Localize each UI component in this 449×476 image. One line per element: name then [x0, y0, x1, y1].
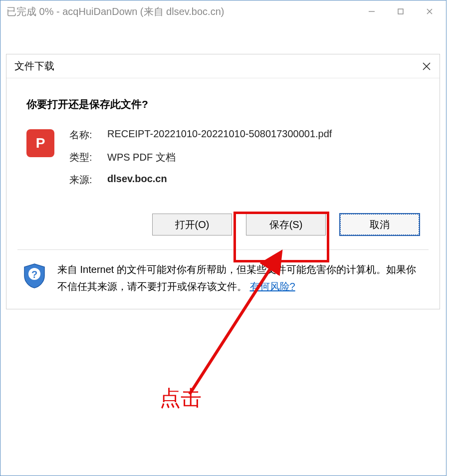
dialog-button-row: 打开(O) 保存(S) 取消	[6, 207, 440, 249]
svg-text:?: ?	[31, 269, 37, 280]
risk-link[interactable]: 有何风险?	[250, 281, 295, 292]
dialog-body: 你要打开还是保存此文件? P 名称: RECEIPT-20221010-2022…	[6, 78, 440, 207]
warning-text: 来自 Internet 的文件可能对你有所帮助，但某些文件可能危害你的计算机。如…	[57, 264, 416, 292]
svg-rect-1	[398, 9, 403, 14]
file-type-label: 类型:	[69, 151, 105, 164]
file-metadata: 名称: RECEIPT-20221010-20221010-5080173000…	[69, 128, 332, 187]
close-icon	[422, 62, 431, 71]
file-name-label: 名称:	[69, 128, 105, 142]
file-type-value: WPS PDF 文档	[107, 151, 332, 164]
parent-window-title: 已完成 0% - acqHuiDanDown (来自 dlsev.boc.cn)	[6, 5, 357, 18]
file-download-dialog: 文件下载 你要打开还是保存此文件? P 名称: RECEIPT-20221010…	[6, 54, 440, 309]
dialog-titlebar: 文件下载	[6, 54, 440, 78]
open-button[interactable]: 打开(O)	[152, 214, 232, 236]
file-name-value: RECEIPT-20221010-20221010-508017300001.p…	[107, 128, 332, 142]
warning-text-block: 来自 Internet 的文件可能对你有所帮助，但某些文件可能危害你的计算机。如…	[57, 261, 420, 295]
maximize-icon	[397, 8, 404, 15]
cancel-button[interactable]: 取消	[340, 214, 420, 236]
shield-icon: ?	[22, 263, 46, 289]
pdf-icon-letter: P	[36, 135, 45, 151]
parent-close-button[interactable]	[415, 2, 444, 20]
security-warning: ? 来自 Internet 的文件可能对你有所帮助，但某些文件可能危害你的计算机…	[6, 250, 440, 309]
file-source-value: dlsev.boc.cn	[107, 173, 332, 187]
pdf-file-icon: P	[26, 129, 54, 157]
window-controls	[357, 2, 444, 20]
dialog-close-button[interactable]	[420, 59, 434, 73]
close-icon	[426, 8, 433, 15]
save-button[interactable]: 保存(S)	[246, 214, 326, 236]
parent-titlebar: 已完成 0% - acqHuiDanDown (来自 dlsev.boc.cn)	[0, 0, 446, 22]
file-source-label: 来源:	[69, 173, 105, 187]
minimize-button[interactable]	[357, 2, 386, 20]
minimize-icon	[368, 8, 375, 15]
maximize-button[interactable]	[386, 2, 415, 20]
dialog-question: 你要打开还是保存此文件?	[26, 97, 420, 111]
dialog-title: 文件下载	[14, 59, 420, 73]
file-info-row: P 名称: RECEIPT-20221010-20221010-50801730…	[26, 128, 420, 187]
